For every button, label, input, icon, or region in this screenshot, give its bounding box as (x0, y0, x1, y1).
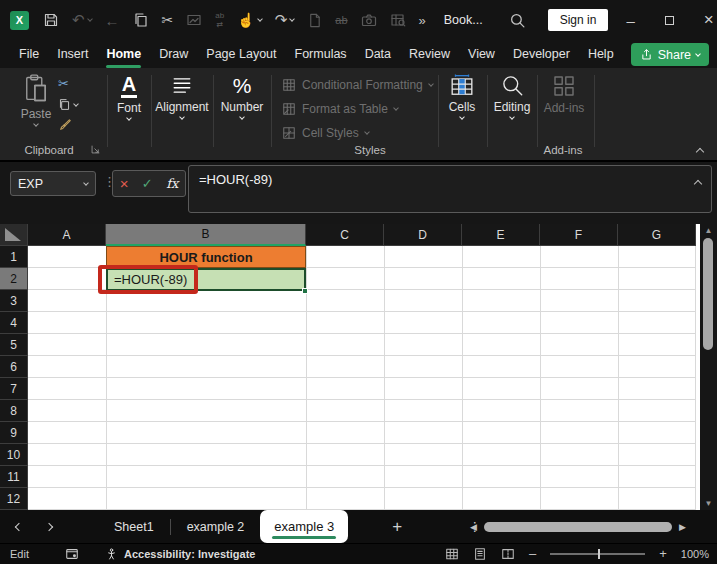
zoom-slider[interactable] (550, 553, 645, 555)
share-button[interactable]: Share (631, 43, 709, 66)
new-sheet-button[interactable]: + (392, 517, 402, 537)
column-header-a[interactable]: A (28, 224, 106, 246)
sheet-tab-example2[interactable]: example 2 (171, 510, 261, 543)
collapse-ribbon-icon[interactable] (696, 148, 704, 156)
cells-menu-button[interactable]: Cells (440, 74, 484, 119)
alignment-menu-button[interactable]: Alignment (152, 74, 212, 119)
tab-review[interactable]: Review (400, 42, 459, 66)
page-break-view-icon[interactable] (501, 547, 515, 561)
workbook-statistics-icon[interactable] (390, 12, 406, 28)
tab-page-layout[interactable]: Page Layout (197, 42, 285, 66)
strikethrough-icon[interactable]: ab (335, 14, 347, 26)
sheet-nav-right-icon[interactable] (45, 522, 53, 530)
tab-data[interactable]: Data (356, 42, 400, 66)
tab-view[interactable]: View (459, 42, 504, 66)
cell-styles-button[interactable]: Cell Styles (282, 126, 369, 140)
cut-icon[interactable]: ✂ (162, 12, 174, 28)
back-icon[interactable]: ← (105, 12, 120, 29)
scroll-down-icon[interactable]: ▼ (700, 499, 717, 508)
row-header-6[interactable]: 6 (0, 356, 28, 378)
clipboard-dialog-launcher-icon[interactable] (90, 144, 101, 155)
more-commands-icon[interactable]: » (419, 13, 426, 28)
row-header-1[interactable]: 1 (0, 246, 28, 268)
vertical-scrollbar[interactable]: ▲ ▼ (700, 224, 717, 510)
copy-button[interactable] (58, 98, 78, 111)
cells-area[interactable]: HOUR function =HOUR(-89) (28, 246, 696, 510)
picture-icon[interactable] (186, 12, 202, 28)
row-header-10[interactable]: 10 (0, 444, 28, 466)
zoom-level[interactable]: 100% (681, 548, 709, 560)
horizontal-scrollbar[interactable]: ◀ ▶ (470, 518, 710, 535)
scroll-up-icon[interactable]: ▲ (700, 226, 717, 235)
row-header-4[interactable]: 4 (0, 312, 28, 334)
minimize-button[interactable]: – (626, 12, 634, 29)
column-header-c[interactable]: C (306, 224, 384, 246)
zoom-out-button[interactable]: – (529, 549, 536, 559)
scroll-left-icon[interactable]: ◀ (470, 522, 477, 532)
select-all-corner[interactable] (0, 224, 28, 246)
cancel-formula-button[interactable]: × (120, 177, 129, 191)
save-icon[interactable] (43, 12, 59, 28)
row-header-12[interactable]: 12 (0, 488, 28, 510)
fill-handle[interactable] (302, 288, 308, 294)
sheet-nav-left-icon[interactable] (15, 522, 23, 530)
excel-logo-icon[interactable]: X (10, 11, 29, 30)
sign-in-button[interactable]: Sign in (548, 9, 609, 31)
page-layout-view-icon[interactable] (473, 547, 487, 561)
tab-formulas[interactable]: Formulas (286, 42, 356, 66)
format-painter-button[interactable] (58, 118, 72, 132)
scroll-right-icon[interactable]: ▶ (679, 522, 686, 532)
search-icon[interactable] (509, 12, 526, 29)
tab-insert[interactable]: Insert (48, 42, 97, 66)
copy-icon[interactable] (133, 12, 149, 28)
normal-view-icon[interactable] (445, 547, 459, 561)
column-header-d[interactable]: D (384, 224, 462, 246)
workbook-title: Book... (444, 13, 483, 27)
insert-function-button[interactable]: fx (166, 176, 178, 191)
accessibility-status[interactable]: Accessibility: Investigate (105, 548, 255, 561)
find-replace-icon[interactable]: ab⇄ (215, 13, 224, 28)
undo-icon[interactable]: ↶ (72, 11, 92, 29)
number-menu-button[interactable]: % Number (214, 74, 270, 119)
column-header-b[interactable]: B (106, 224, 306, 246)
vertical-scrollbar-thumb[interactable] (703, 238, 713, 350)
tab-draw[interactable]: Draw (150, 42, 197, 66)
zoom-in-button[interactable]: + (659, 549, 667, 559)
cut-button[interactable]: ✂ (58, 76, 69, 91)
editing-menu-button[interactable]: Editing (488, 74, 536, 119)
sheet-tab-example3[interactable]: example 3 (260, 510, 348, 543)
enter-formula-button[interactable]: ✓ (142, 176, 153, 191)
row-header-2[interactable]: 2 (0, 268, 28, 290)
row-header-8[interactable]: 8 (0, 400, 28, 422)
addins-button[interactable]: Add-ins (540, 74, 588, 115)
row-header-7[interactable]: 7 (0, 378, 28, 400)
row-header-11[interactable]: 11 (0, 466, 28, 488)
row-header-5[interactable]: 5 (0, 334, 28, 356)
macro-recording-icon[interactable] (65, 547, 79, 561)
zoom-slider-thumb[interactable] (598, 549, 601, 559)
font-menu-button[interactable]: A Font (108, 74, 150, 120)
sheet-tab-sheet1[interactable]: Sheet1 (98, 510, 170, 543)
collapse-formula-bar-icon[interactable] (694, 180, 702, 188)
format-as-table-button[interactable]: Format as Table (282, 102, 398, 116)
camera-icon[interactable] (361, 12, 377, 28)
tab-file[interactable]: File (10, 42, 48, 66)
column-header-g[interactable]: G (618, 224, 696, 246)
tab-home[interactable]: Home (97, 42, 150, 66)
conditional-formatting-button[interactable]: Conditional Formatting (282, 78, 433, 92)
tab-help[interactable]: Help (579, 42, 623, 66)
horizontal-scrollbar-thumb[interactable] (484, 522, 672, 532)
row-header-9[interactable]: 9 (0, 422, 28, 444)
redo-icon[interactable]: ↷ (275, 11, 295, 29)
name-box[interactable]: EXP (10, 171, 96, 196)
maximize-button[interactable] (665, 16, 674, 25)
new-file-icon[interactable] (307, 13, 322, 28)
formula-input[interactable]: =HOUR(-89) (188, 165, 712, 213)
tab-developer[interactable]: Developer (504, 42, 579, 66)
touch-mode-icon[interactable]: ☝ (237, 12, 261, 28)
close-button[interactable]: × (704, 10, 714, 30)
paste-button[interactable]: Paste (14, 74, 58, 126)
column-header-e[interactable]: E (462, 224, 540, 246)
column-header-f[interactable]: F (540, 224, 618, 246)
row-header-3[interactable]: 3 (0, 290, 28, 312)
